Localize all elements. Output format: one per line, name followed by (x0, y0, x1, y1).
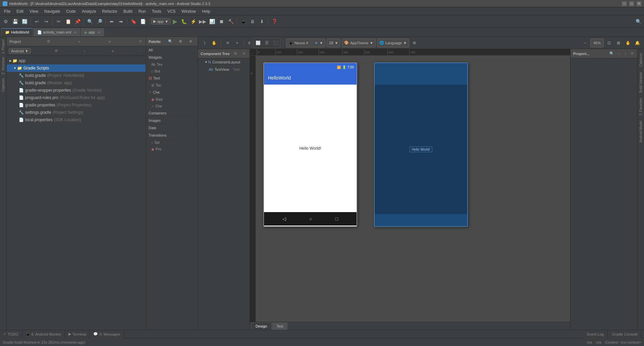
tab-activity-main[interactable]: 📄 activity_main.xml ✕ (34, 28, 80, 36)
tool-tab-messages[interactable]: 💬 0: Messages (90, 330, 124, 338)
design-delete[interactable]: ✕ (224, 39, 232, 47)
run-config-dropdown[interactable]: ▶ app ▼ (151, 18, 171, 24)
palette-item-che2[interactable]: ◉ Rad (146, 96, 198, 103)
comp-tree-settings[interactable]: ⚙ (233, 51, 238, 56)
build[interactable]: 🔨 (226, 17, 235, 26)
toolbar-forward[interactable]: ➡ (117, 17, 125, 26)
tab-app-close[interactable]: ✕ (98, 31, 100, 34)
zoom-fit[interactable]: ⊠ (614, 39, 623, 47)
sdk-manager[interactable]: ⬇ (258, 17, 266, 26)
right-tab-android-model[interactable]: Android Model (638, 118, 643, 145)
project-options[interactable]: ⋯ (138, 48, 144, 54)
toolbar-redo[interactable]: ↪ (42, 17, 51, 26)
align-center[interactable]: ☰ (263, 39, 271, 47)
tab-activity-close[interactable]: ✕ (74, 31, 76, 34)
coverage[interactable]: 📊 (208, 17, 216, 26)
toolbar-cut[interactable]: ✂ (54, 17, 63, 26)
menu-vcs[interactable]: VCS (165, 8, 178, 14)
toolbar-project-structure[interactable]: ⚙ (1, 17, 10, 26)
theme-dropdown[interactable]: 🎨 AppTheme ▼ (342, 39, 376, 47)
tool-tab-android-monitor[interactable]: 📱 6: Android Monitor (22, 330, 65, 338)
toolbar-search2[interactable]: 🔎 (95, 17, 104, 26)
tool-tab-todo[interactable]: ✓ TODO (0, 330, 22, 338)
project-gear[interactable]: ⚙ (54, 48, 59, 54)
close-button[interactable]: ✕ (637, 1, 641, 6)
tab-text[interactable]: Text (272, 323, 287, 330)
tree-build-gradle-project[interactable]: 🔧 build.gradle (Project: HelloWorld) (7, 72, 146, 79)
right-tab-build-variants[interactable]: Build Variants (638, 69, 643, 95)
menu-analyze[interactable]: Analyze (79, 8, 99, 14)
menu-run[interactable]: Run (136, 8, 149, 14)
tool-tab-terminal[interactable]: ▶ Terminal (65, 330, 90, 338)
nav-home[interactable]: ○ (309, 216, 312, 221)
palette-settings[interactable]: ⚙ (176, 37, 185, 46)
nav-back[interactable]: ◁ (282, 216, 286, 221)
design-pan[interactable]: ✋ (210, 39, 218, 47)
palette-item-toc[interactable]: ☰ Toc (146, 82, 198, 89)
attach-debugger[interactable]: ⚡ (189, 17, 198, 26)
right-tab-captures[interactable]: Captures (638, 50, 643, 69)
tab-helloworld[interactable]: 📁 HelloWorld (1, 28, 33, 36)
toolbar-search[interactable]: 🔍 (86, 17, 94, 26)
ct-constraint-layout[interactable]: ▼ N ConstraintLayout (198, 58, 250, 66)
window-controls[interactable]: ─ □ ✕ (622, 1, 641, 6)
menu-file[interactable]: File (1, 8, 13, 14)
menu-refactor[interactable]: Refactor (100, 8, 120, 14)
help-btn[interactable]: ❓ (270, 17, 279, 26)
toolbar-bookmarks[interactable]: 📑 (139, 17, 147, 26)
ct-textview[interactable]: Ab TextView · "Hel (198, 66, 250, 73)
comp-tree-close[interactable]: ✕ (241, 51, 247, 56)
design-select[interactable]: ⤵ (201, 39, 209, 47)
props-search[interactable]: 🔍 (609, 51, 614, 56)
project-panel-gear[interactable]: ≡ (107, 39, 112, 44)
menu-help[interactable]: Help (199, 8, 213, 14)
run-tests[interactable]: ▶▶ (198, 17, 207, 26)
tree-app[interactable]: ▶ 📁 app (7, 57, 146, 64)
project-panel-close[interactable]: ✕ (138, 39, 143, 44)
toolbar-search-right[interactable]: 🔍 (634, 17, 643, 26)
toolbar-save[interactable]: 💾 (11, 17, 19, 26)
tree-proguard[interactable]: 📄 proguard-rules.pro (ProGuard Rules for… (7, 94, 146, 101)
tree-gradle-wrapper[interactable]: 📄 gradle-wrapper.properties (Gradle Vers… (7, 87, 146, 94)
palette-search[interactable]: 🔍 (166, 37, 175, 46)
palette-item-text[interactable]: Ab Tex (146, 61, 198, 68)
right-tab-favorites[interactable]: 2: Favorites (638, 95, 643, 118)
palette-cat-containers[interactable]: Containers (146, 109, 198, 117)
toolbar-bookmark[interactable]: 🔖 (129, 17, 138, 26)
language-dropdown[interactable]: 🌐 Language ▼ (377, 39, 409, 47)
tree-gradle-props[interactable]: 📄 gradle.properties (Project Properties) (7, 101, 146, 109)
device-manager[interactable]: 📱 (239, 17, 248, 26)
left-tab-structure[interactable]: Z: Structure (1, 56, 6, 76)
stop[interactable]: ⏹ (217, 17, 226, 26)
palette-item-pro[interactable]: ◉ Pro (146, 146, 198, 152)
tree-local-props[interactable]: 📄 local.properties (SDK Location) (7, 116, 146, 123)
align-left[interactable]: ⬜ (254, 39, 262, 47)
toolbar-undo[interactable]: ↩ (33, 17, 41, 26)
tab-app[interactable]: ▶ app ✕ (81, 28, 104, 36)
zoom-out[interactable]: − (581, 39, 589, 47)
palette-cat-all[interactable]: All (146, 46, 198, 54)
run-button[interactable]: ▶ (171, 18, 179, 25)
left-tab-project[interactable]: 1: Project (1, 38, 6, 55)
menu-window[interactable]: Window (179, 8, 199, 14)
bell-icon[interactable]: 🔔 (633, 39, 641, 47)
tab-design[interactable]: Design (251, 323, 271, 330)
api-dropdown[interactable]: 28 ▼ (327, 39, 340, 47)
palette-cat-transitions[interactable]: Transitions (146, 132, 198, 139)
tree-settings-gradle[interactable]: 🔧 settings.gradle (Project Settings) (7, 109, 146, 116)
device-dropdown[interactable]: 📱 Nexus 4 | ▼ ▼ (286, 39, 325, 47)
menu-build[interactable]: Build (121, 8, 135, 14)
avd-manager[interactable]: 🖥 (248, 17, 257, 26)
menu-view[interactable]: View (27, 8, 41, 14)
gradle-console-link[interactable]: Gradle Console (609, 330, 641, 338)
menu-tools[interactable]: Tools (149, 8, 164, 14)
menu-navigate[interactable]: Navigate (42, 8, 63, 14)
project-panel-settings[interactable]: ⚙ (46, 39, 51, 44)
tree-gradle-scripts[interactable]: ▼ 📁 Gradle Scripts (7, 64, 146, 72)
palette-item-button[interactable]: □ But (146, 68, 198, 75)
palette-item-che3[interactable]: ✓ Che (146, 103, 198, 109)
project-sort[interactable]: ↕ (82, 48, 87, 54)
maximize-button[interactable]: □ (629, 1, 634, 6)
palette-cat-layouts[interactable]: ✓ Che (146, 89, 198, 96)
android-dropdown[interactable]: Android ▼ (9, 48, 31, 54)
